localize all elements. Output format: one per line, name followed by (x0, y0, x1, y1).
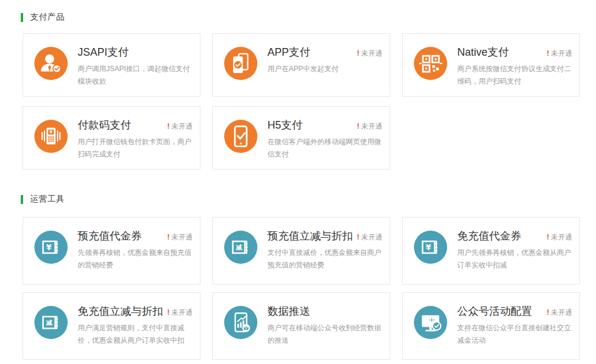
card-content: H5支付 !未开通 在微信客户端外的移动端网页使用微信支付 (267, 118, 383, 161)
status-badge-label: 未开通 (361, 122, 383, 130)
card-content: 免充值代金券 !未开通 用户先领券再核销，优惠金额从商户订单实收中扣减 (457, 229, 572, 272)
alert-icon: ! (167, 122, 170, 130)
section-title: 支付产品 (30, 12, 65, 23)
alert-icon: ! (357, 122, 359, 130)
status-badge: !未开通 (167, 232, 193, 242)
card-micropay[interactable]: ¥ 付款码支付 !未开通 用户打开微信钱包付款卡页面 (23, 106, 200, 170)
status-badge-label: 未开通 (551, 49, 572, 58)
card-description: 支付中直接减价，优惠金额来自商户预充值的营销经费 (267, 247, 383, 272)
monitor-check-icon (414, 306, 447, 339)
alert-icon: ! (547, 49, 549, 58)
status-badge-label: 未开通 (361, 49, 383, 58)
card-description: 商户可在移动端公众号收到经营数据的推送 (267, 322, 383, 347)
card-description: 支持在微信公众平台直接创建社交立减金活动 (457, 322, 572, 347)
alert-icon: ! (357, 49, 359, 58)
coupon-discount-icon: 减 (224, 231, 257, 264)
card-content: 公众号活动配置 !未开通 支持在微信公众平台直接创建社交立减金活动 (457, 304, 572, 347)
card-prepaid-coupon[interactable]: ¥ 预充值代金券 !未开通 先领券再核销，优惠金额来自预充值的营销经费 (23, 217, 200, 285)
card-description: 先领券再核销，优惠金额来自预充值的营销经费 (78, 247, 193, 272)
card-title: 免充值立减与折扣 (78, 304, 163, 318)
section-title: 运营工具 (30, 194, 65, 205)
svg-text:减: 减 (46, 319, 52, 326)
coupon-yen-icon: ¥ (34, 231, 68, 264)
svg-text:¥: ¥ (49, 129, 52, 135)
card-content: Native支付 !未开通 商户系统按微信支付协议生成支付二维码，用户扫码支付 (457, 45, 572, 88)
status-badge: !未开通 (167, 308, 193, 318)
person-check-icon (34, 47, 68, 80)
card-title: 公众号活动配置 (457, 304, 532, 318)
card-title: H5支付 (267, 118, 302, 132)
card-jsapi-pay[interactable]: JSAPI支付 商户调用JSAPI接口，调起微信支付模块收款 (23, 33, 200, 97)
status-badge-label: 未开通 (171, 233, 193, 241)
card-description: 用户在APP中发起支付 (267, 63, 383, 75)
alert-icon: ! (167, 232, 170, 241)
section-header-operation-tools: 运营工具 (21, 194, 580, 204)
card-description: 商户调用JSAPI接口，调起微信支付模块收款 (78, 63, 193, 88)
alert-icon: ! (547, 308, 549, 317)
svg-text:减: 减 (235, 244, 242, 251)
coupon-discount-icon: 减 (34, 306, 68, 339)
card-title: APP支付 (267, 45, 310, 59)
status-badge: !未开通 (547, 308, 572, 318)
status-badge-label: 未开通 (551, 233, 572, 241)
card-description: 用户先领券再核销，优惠金额从商户订单实收中扣减 (457, 247, 572, 272)
card-description: 用户满足营销规则，支付中直接减价，优惠金额从商户订单实收中扣 (78, 322, 193, 347)
status-badge-label: 未开通 (171, 122, 193, 130)
card-title: 预充值立减与折扣 (267, 229, 353, 243)
card-description: 用户打开微信钱包付款卡页面，商户扫码完成支付 (78, 136, 193, 161)
status-badge: !未开通 (547, 49, 572, 59)
card-native-pay[interactable]: Native支付 !未开通 商户系统按微信支付协议生成支付二维码，用户扫码支付 (402, 33, 580, 97)
card-free-coupon[interactable]: ¥ 免充值代金券 !未开通 用户先领券再核销，优惠金额从商户订单实收中扣减 (402, 217, 580, 285)
status-badge: !未开通 (357, 232, 383, 242)
pos-scanner-icon: ¥ (34, 120, 68, 153)
card-h5-pay[interactable]: H5支付 !未开通 在微信客户端外的移动端网页使用微信支付 (212, 106, 390, 170)
card-data-push[interactable]: 数据推送 商户可在移动端公众号收到经营数据的推送 (212, 292, 390, 360)
card-title: 付款码支付 (78, 118, 131, 132)
status-badge: !未开通 (167, 122, 193, 132)
section-accent-bar (21, 195, 23, 204)
card-title: 预充值代金券 (78, 229, 142, 243)
svg-text:¥: ¥ (46, 243, 52, 252)
card-content: 预充值代金券 !未开通 先领券再核销，优惠金额来自预充值的营销经费 (78, 229, 193, 272)
status-badge-label: 未开通 (171, 308, 193, 317)
status-badge-label: 未开通 (361, 233, 383, 241)
section-header-payment-products: 支付产品 (21, 12, 580, 22)
section-accent-bar (21, 13, 23, 22)
svg-text:¥: ¥ (426, 243, 432, 252)
grid-empty-cell (402, 106, 580, 170)
card-content: 预充值立减与折扣 !未开通 支付中直接减价，优惠金额来自商户预充值的营销经费 (267, 229, 383, 272)
card-content: 数据推送 商户可在移动端公众号收到经营数据的推送 (267, 304, 383, 347)
card-title: Native支付 (457, 45, 509, 59)
phone-chart-mail-icon (224, 306, 257, 339)
card-content: 免充值立减与折扣 !未开通 用户满足营销规则，支付中直接减价，优惠金额从商户订单… (78, 304, 193, 347)
status-badge-label: 未开通 (551, 308, 572, 317)
products-page: 支付产品 JSAPI支付 商户调用JSAPI接口，调起微信支付模块收款 (0, 0, 596, 360)
coupon-yen-icon: ¥ (414, 231, 447, 264)
card-description: 在微信客户端外的移动端网页使用微信支付 (267, 136, 383, 161)
card-content: 付款码支付 !未开通 用户打开微信钱包付款卡页面，商户扫码完成支付 (78, 118, 193, 161)
card-free-discount[interactable]: 减 免充值立减与折扣 !未开通 用户满足营销规则，支付中直接减价，优惠金额从商户… (23, 292, 200, 360)
card-title: 数据推送 (267, 304, 310, 318)
card-prepaid-discount[interactable]: 减 预充值立减与折扣 !未开通 支付中直接减价，优惠金额来自商户预充值的营销经费 (212, 217, 390, 285)
card-official-account-activity[interactable]: 公众号活动配置 !未开通 支持在微信公众平台直接创建社交立减金活动 (402, 292, 580, 360)
alert-icon: ! (547, 232, 549, 241)
status-badge: !未开通 (357, 49, 383, 59)
status-badge: !未开通 (357, 122, 383, 132)
payment-products-grid: JSAPI支付 商户调用JSAPI接口，调起微信支付模块收款 APP支付 !未开… (23, 33, 580, 170)
dual-phone-check-icon (224, 47, 257, 80)
card-description: 商户系统按微信支付协议生成支付二维码，用户扫码支付 (457, 63, 572, 88)
qr-code-icon (414, 47, 447, 80)
card-title: JSAPI支付 (78, 45, 129, 59)
card-title: 免充值代金券 (457, 229, 521, 243)
card-content: APP支付 !未开通 用户在APP中发起支付 (267, 45, 383, 75)
card-app-pay[interactable]: APP支付 !未开通 用户在APP中发起支付 (212, 33, 390, 97)
alert-icon: ! (167, 308, 170, 317)
operation-tools-grid: ¥ 预充值代金券 !未开通 先领券再核销，优惠金额来自预充值的营销经费 减 (23, 217, 580, 360)
card-content: JSAPI支付 商户调用JSAPI接口，调起微信支付模块收款 (78, 45, 193, 88)
alert-icon: ! (357, 232, 359, 241)
phone-check-icon (224, 120, 257, 153)
status-badge: !未开通 (547, 232, 572, 242)
